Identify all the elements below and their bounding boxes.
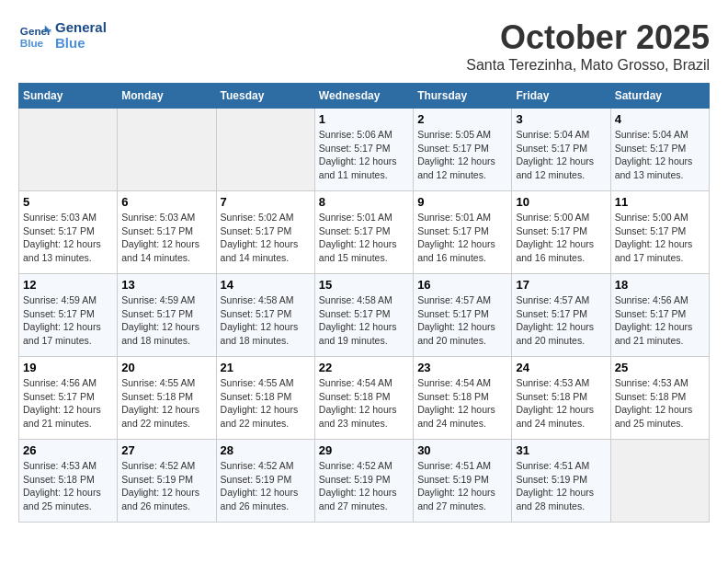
calendar-cell: 18Sunrise: 4:56 AM Sunset: 5:17 PM Dayli… [610,274,709,357]
day-info: Sunrise: 4:53 AM Sunset: 5:18 PM Dayligh… [23,459,113,513]
day-info: Sunrise: 4:59 AM Sunset: 5:17 PM Dayligh… [23,293,113,348]
day-info: Sunrise: 4:56 AM Sunset: 5:17 PM Dayligh… [23,376,113,431]
logo-blue: Blue [55,35,107,51]
day-info: Sunrise: 5:03 AM Sunset: 5:17 PM Dayligh… [121,211,211,265]
calendar-cell [610,440,709,523]
day-info: Sunrise: 4:56 AM Sunset: 5:17 PM Dayligh… [615,293,705,348]
day-info: Sunrise: 4:58 AM Sunset: 5:17 PM Dayligh… [221,293,311,348]
calendar-cell: 15Sunrise: 4:58 AM Sunset: 5:17 PM Dayli… [314,274,413,357]
calendar-week-5: 26Sunrise: 4:53 AM Sunset: 5:18 PM Dayli… [19,440,710,523]
weekday-header-friday: Friday [512,84,610,109]
calendar-cell: 7Sunrise: 5:02 AM Sunset: 5:17 PM Daylig… [216,191,314,274]
calendar-cell: 27Sunrise: 4:52 AM Sunset: 5:19 PM Dayli… [118,440,216,523]
calendar-cell: 21Sunrise: 4:55 AM Sunset: 5:18 PM Dayli… [216,357,314,440]
day-info: Sunrise: 5:05 AM Sunset: 5:17 PM Dayligh… [417,128,507,182]
calendar-cell: 4Sunrise: 5:04 AM Sunset: 5:17 PM Daylig… [610,109,709,191]
day-info: Sunrise: 4:55 AM Sunset: 5:18 PM Dayligh… [121,376,211,431]
day-number: 26 [23,443,113,457]
calendar-cell: 26Sunrise: 4:53 AM Sunset: 5:18 PM Dayli… [19,440,118,523]
day-info: Sunrise: 4:52 AM Sunset: 5:19 PM Dayligh… [319,459,409,513]
calendar-cell: 12Sunrise: 4:59 AM Sunset: 5:17 PM Dayli… [19,274,118,357]
day-info: Sunrise: 4:57 AM Sunset: 5:17 PM Dayligh… [417,293,507,348]
calendar-cell: 16Sunrise: 4:57 AM Sunset: 5:17 PM Dayli… [414,274,512,357]
day-info: Sunrise: 4:52 AM Sunset: 5:19 PM Dayligh… [221,459,311,513]
calendar-cell: 9Sunrise: 5:01 AM Sunset: 5:17 PM Daylig… [414,191,512,274]
calendar-cell: 11Sunrise: 5:00 AM Sunset: 5:17 PM Dayli… [610,191,709,274]
calendar-cell: 14Sunrise: 4:58 AM Sunset: 5:17 PM Dayli… [216,274,314,357]
day-number: 30 [417,443,507,457]
calendar-cell: 19Sunrise: 4:56 AM Sunset: 5:17 PM Dayli… [19,357,118,440]
day-number: 17 [516,278,606,292]
day-info: Sunrise: 4:57 AM Sunset: 5:17 PM Dayligh… [516,293,606,348]
calendar-cell [19,109,118,191]
day-number: 6 [121,195,211,209]
day-number: 16 [417,278,507,292]
day-info: Sunrise: 5:04 AM Sunset: 5:17 PM Dayligh… [615,128,705,182]
calendar-cell: 10Sunrise: 5:00 AM Sunset: 5:17 PM Dayli… [512,191,610,274]
day-number: 4 [615,112,705,126]
calendar-cell: 28Sunrise: 4:52 AM Sunset: 5:19 PM Dayli… [216,440,314,523]
calendar-cell: 23Sunrise: 4:54 AM Sunset: 5:18 PM Dayli… [414,357,512,440]
day-number: 14 [221,278,311,292]
day-number: 2 [417,112,507,126]
day-number: 19 [23,361,113,374]
calendar-cell: 25Sunrise: 4:53 AM Sunset: 5:18 PM Dayli… [610,357,709,440]
logo-general: General [55,19,107,35]
day-info: Sunrise: 4:53 AM Sunset: 5:18 PM Dayligh… [516,376,606,431]
day-number: 23 [417,361,507,374]
weekday-header-row: SundayMondayTuesdayWednesdayThursdayFrid… [19,84,710,109]
location-title: Santa Terezinha, Mato Grosso, Brazil [466,57,710,74]
calendar-week-3: 12Sunrise: 4:59 AM Sunset: 5:17 PM Dayli… [19,274,710,357]
day-number: 15 [319,278,409,292]
svg-text:Blue: Blue [20,37,44,49]
day-info: Sunrise: 4:51 AM Sunset: 5:19 PM Dayligh… [516,459,606,513]
day-number: 8 [319,195,409,209]
day-info: Sunrise: 4:52 AM Sunset: 5:19 PM Dayligh… [121,459,211,513]
day-info: Sunrise: 4:54 AM Sunset: 5:18 PM Dayligh… [319,376,409,431]
month-title: October 2025 [466,18,710,57]
calendar-cell: 17Sunrise: 4:57 AM Sunset: 5:17 PM Dayli… [512,274,610,357]
calendar-cell: 5Sunrise: 5:03 AM Sunset: 5:17 PM Daylig… [19,191,118,274]
day-number: 9 [417,195,507,209]
title-block: October 2025 Santa Terezinha, Mato Gross… [466,18,710,74]
day-info: Sunrise: 5:00 AM Sunset: 5:17 PM Dayligh… [516,211,606,265]
calendar-week-2: 5Sunrise: 5:03 AM Sunset: 5:17 PM Daylig… [19,191,710,274]
day-number: 29 [319,443,409,457]
weekday-header-saturday: Saturday [610,84,709,109]
day-number: 25 [615,361,705,374]
day-number: 3 [516,112,606,126]
logo-icon: General Blue [18,18,51,52]
day-info: Sunrise: 4:59 AM Sunset: 5:17 PM Dayligh… [121,293,211,348]
weekday-header-wednesday: Wednesday [314,84,413,109]
day-info: Sunrise: 4:53 AM Sunset: 5:18 PM Dayligh… [615,376,705,431]
day-number: 12 [23,278,113,292]
weekday-header-tuesday: Tuesday [216,84,314,109]
day-info: Sunrise: 5:01 AM Sunset: 5:17 PM Dayligh… [319,211,409,265]
day-info: Sunrise: 4:54 AM Sunset: 5:18 PM Dayligh… [417,376,507,431]
weekday-header-sunday: Sunday [19,84,118,109]
calendar-cell: 3Sunrise: 5:04 AM Sunset: 5:17 PM Daylig… [512,109,610,191]
weekday-header-thursday: Thursday [414,84,512,109]
day-info: Sunrise: 5:06 AM Sunset: 5:17 PM Dayligh… [319,128,409,182]
day-number: 31 [516,443,606,457]
day-number: 22 [319,361,409,374]
day-number: 5 [23,195,113,209]
calendar-cell: 1Sunrise: 5:06 AM Sunset: 5:17 PM Daylig… [314,109,413,191]
day-number: 18 [615,278,705,292]
calendar-cell [118,109,216,191]
day-number: 10 [516,195,606,209]
day-info: Sunrise: 5:01 AM Sunset: 5:17 PM Dayligh… [417,211,507,265]
day-info: Sunrise: 5:00 AM Sunset: 5:17 PM Dayligh… [615,211,705,265]
day-number: 27 [121,443,211,457]
calendar-cell: 29Sunrise: 4:52 AM Sunset: 5:19 PM Dayli… [314,440,413,523]
logo: General Blue General Blue [18,18,107,52]
day-number: 24 [516,361,606,374]
day-info: Sunrise: 5:02 AM Sunset: 5:17 PM Dayligh… [221,211,311,265]
day-info: Sunrise: 5:04 AM Sunset: 5:17 PM Dayligh… [516,128,606,182]
calendar-cell: 6Sunrise: 5:03 AM Sunset: 5:17 PM Daylig… [118,191,216,274]
weekday-header-monday: Monday [118,84,216,109]
day-info: Sunrise: 4:55 AM Sunset: 5:18 PM Dayligh… [221,376,311,431]
calendar-cell: 13Sunrise: 4:59 AM Sunset: 5:17 PM Dayli… [118,274,216,357]
day-number: 20 [121,361,211,374]
calendar-week-4: 19Sunrise: 4:56 AM Sunset: 5:17 PM Dayli… [19,357,710,440]
